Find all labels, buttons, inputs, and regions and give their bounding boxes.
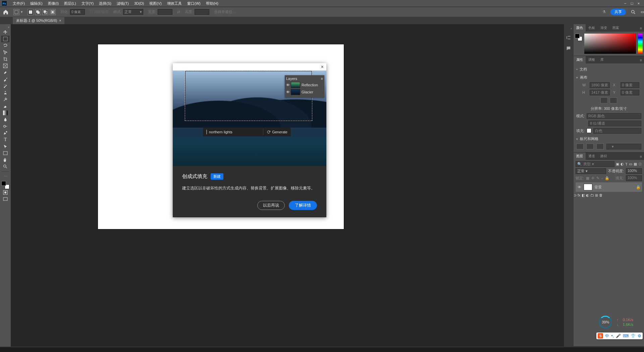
visibility-icon[interactable]: 👁 — [577, 185, 582, 189]
menu-plugins[interactable]: 增效工具 — [164, 1, 184, 6]
hand-tool[interactable] — [1, 157, 10, 163]
fill-opacity-input[interactable]: 100% — [626, 175, 642, 181]
ime-toolbar[interactable]: S 中 •, 🎤 ⌨ 👕 ⚙ — [596, 333, 643, 339]
cloud-docs-icon[interactable]: ⚗ — [602, 10, 606, 14]
tab-libraries[interactable]: 库 — [598, 56, 606, 63]
select-and-mask[interactable]: 选择并遮住… — [214, 9, 236, 14]
delete-layer-icon[interactable]: 🗑 — [599, 193, 603, 197]
tab-color[interactable]: 颜色 — [574, 24, 586, 32]
tab-properties[interactable]: 属性 — [574, 56, 586, 63]
window-minimize[interactable]: − — [622, 1, 629, 5]
path-selection-tool[interactable] — [1, 143, 10, 150]
filter-toggle-icon[interactable]: ⦿ — [638, 162, 642, 166]
move-tool[interactable] — [1, 29, 10, 36]
style-select[interactable]: 正常 ▾ — [123, 9, 143, 15]
panel-menu-icon[interactable]: ≡ — [638, 57, 644, 63]
layer-thumbnail[interactable] — [584, 184, 592, 190]
learn-more-button[interactable]: 了解详情 — [289, 201, 317, 210]
width-value[interactable]: 1890 像素 — [590, 82, 610, 88]
section-guides[interactable]: 标尺和网格 — [576, 136, 641, 141]
menu-filter[interactable]: 滤镜(T) — [114, 1, 131, 6]
bit-depth-select[interactable]: 8 位/通道 — [588, 121, 641, 126]
lock-transparent-icon[interactable]: ▫ — [601, 176, 603, 180]
tab-swatches[interactable]: 色板 — [586, 24, 598, 32]
fg-bg-swatch[interactable] — [575, 34, 582, 41]
workspace-icon[interactable]: ▭ — [641, 10, 644, 14]
clone-stamp-tool[interactable] — [1, 89, 10, 96]
filter-smart-icon[interactable]: ▦ — [634, 162, 637, 166]
tab-layers[interactable]: 图层 — [574, 152, 586, 160]
menu-window[interactable]: 窗口(W) — [184, 1, 203, 6]
feather-input[interactable]: 0 像素 — [70, 9, 85, 15]
ime-skin-icon[interactable]: 👕 — [631, 334, 636, 338]
eyedropper-tool[interactable] — [1, 69, 10, 76]
menu-help[interactable]: 帮助(H) — [203, 1, 221, 6]
comments-icon[interactable] — [566, 46, 572, 52]
lock-icon[interactable]: 🔒 — [605, 176, 609, 180]
taskbar[interactable] — [0, 347, 644, 352]
panel-menu-icon[interactable]: ≡ — [638, 153, 644, 160]
quick-selection-tool[interactable] — [1, 49, 10, 56]
menu-layer[interactable]: 图层(L) — [61, 1, 78, 6]
marquee-tool-preset-icon[interactable] — [13, 9, 19, 15]
edit-toolbar-icon[interactable]: ⋯ — [1, 173, 10, 180]
menu-view[interactable]: 视图(V) — [147, 1, 164, 6]
pen-tool[interactable] — [1, 130, 10, 136]
blend-mode-select[interactable]: 正常 ▾ — [576, 168, 606, 174]
menu-select[interactable]: 选择(S) — [96, 1, 114, 6]
ime-toolbox-icon[interactable]: ⚙ — [638, 334, 641, 338]
spot-healing-brush-tool[interactable] — [1, 76, 10, 83]
section-canvas[interactable]: 画布 — [576, 75, 641, 80]
panel-menu-icon[interactable]: ≡ — [638, 25, 644, 32]
tab-adjustments[interactable]: 调整 — [586, 56, 598, 63]
ime-punct-icon[interactable]: •, — [611, 334, 614, 338]
menu-3d[interactable]: 3D(D) — [131, 1, 147, 5]
lock-position-icon[interactable]: ✛ — [591, 176, 594, 180]
grid-icon[interactable] — [586, 143, 594, 149]
tab-gradients[interactable]: 渐变 — [598, 24, 610, 32]
rectangle-tool[interactable] — [1, 150, 10, 157]
tab-paths[interactable]: 路径 — [598, 152, 610, 160]
history-brush-tool[interactable] — [1, 96, 10, 103]
dodge-tool[interactable] — [1, 123, 10, 130]
group-layers-icon[interactable]: 🗀 — [590, 193, 594, 197]
height-value[interactable]: 1417 像素 — [590, 90, 610, 95]
filter-adjust-icon[interactable]: ◐ — [621, 162, 624, 166]
brush-settings-icon[interactable] — [566, 35, 572, 41]
rectangular-marquee-tool[interactable] — [1, 36, 10, 42]
filter-shape-icon[interactable]: ▭ — [629, 162, 632, 166]
orientation-landscape-button[interactable] — [610, 97, 617, 103]
ruler-icon[interactable] — [576, 143, 584, 149]
adjustment-layer-icon[interactable]: ◐ — [586, 193, 589, 197]
ime-voice-icon[interactable]: 🎤 — [616, 334, 621, 338]
window-restore[interactable]: □ — [629, 1, 635, 5]
share-button[interactable]: 共享 — [610, 9, 626, 15]
gradient-tool[interactable] — [1, 109, 10, 116]
ime-keyboard-icon[interactable]: ⌨ — [623, 334, 629, 338]
lock-all-icon[interactable]: ▦ — [586, 176, 589, 180]
type-tool[interactable]: T — [1, 136, 10, 143]
window-close[interactable]: × — [635, 1, 642, 5]
link-wh-icon[interactable]: ⊃ — [3, 83, 6, 87]
zoom-tool[interactable] — [1, 163, 10, 170]
tab-channels[interactable]: 通道 — [586, 152, 598, 160]
x-value[interactable]: 0 像素 — [621, 82, 639, 88]
hue-slider[interactable] — [638, 34, 643, 54]
close-tab-icon[interactable]: × — [59, 19, 61, 23]
layer-filter-type[interactable]: 🔍 类型 ▾ — [576, 161, 614, 167]
lasso-tool[interactable] — [1, 42, 10, 49]
tab-patterns[interactable]: 图案 — [610, 24, 622, 32]
layer-row[interactable]: 👁 背景 🔒 — [576, 182, 642, 192]
screen-mode-icon[interactable] — [1, 196, 10, 203]
menu-text[interactable]: 文字(Y) — [79, 1, 97, 6]
later-button[interactable]: 以后再说 — [257, 201, 285, 210]
new-layer-icon[interactable]: ⊞ — [595, 193, 598, 197]
color-swatches[interactable] — [1, 181, 9, 189]
layer-mask-icon[interactable]: ◧ — [582, 193, 585, 197]
guides-select[interactable]: ▾ — [606, 144, 641, 149]
document-tab[interactable]: 未标题-1 @ 50%(RGB/8) × — [13, 17, 64, 24]
menu-image[interactable]: 图像(I) — [45, 1, 61, 6]
selection-mode-buttons[interactable] — [28, 9, 56, 15]
crop-tool[interactable] — [1, 56, 10, 62]
fill-swatch[interactable] — [587, 128, 591, 133]
